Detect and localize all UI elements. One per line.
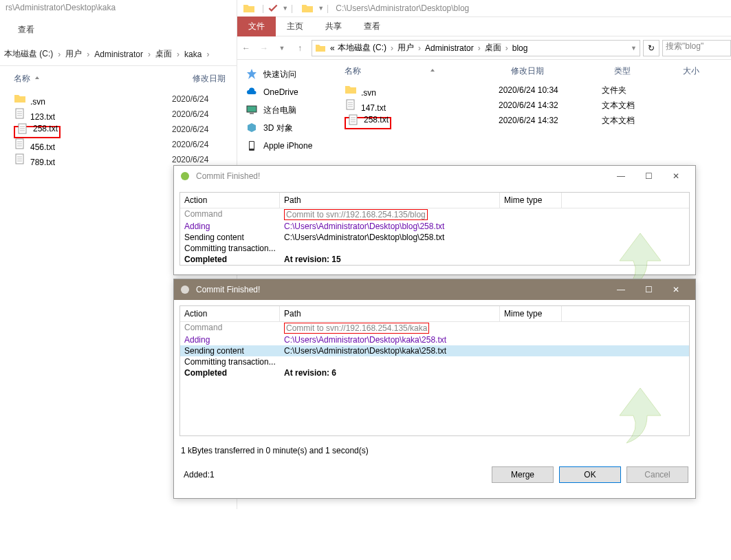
col-mime[interactable]: Mime type — [500, 306, 562, 321]
file-row[interactable]: 258.txt2020/6/24 — [14, 122, 223, 137]
recent-dropdown[interactable]: ▼ — [273, 39, 291, 57]
dropdown-icon[interactable]: ▼ — [631, 45, 637, 52]
dialog-title-bar[interactable]: Commit Finished! — ☐ ✕ — [174, 166, 695, 186]
log-action: Committing transaction... — [180, 356, 280, 367]
log-row[interactable]: Committing transaction... — [180, 356, 689, 367]
file-name: .svn — [30, 97, 45, 107]
file-name: 147.txt — [361, 103, 386, 113]
file-date: 2020/6/24 14:32 — [499, 116, 602, 125]
file-row[interactable]: 123.txt2020/6/24 — [14, 107, 223, 122]
sidebar-item[interactable]: OneDrive — [240, 83, 336, 101]
sidebar-item[interactable]: 快速访问 — [240, 65, 336, 83]
file-type: 文本文档 — [602, 100, 670, 111]
dropdown-icon[interactable]: ▼ — [318, 5, 324, 12]
file-date: 2020/6/24 — [172, 94, 208, 104]
forward-button[interactable]: → — [255, 39, 273, 57]
dropdown-icon[interactable]: ▼ — [282, 5, 288, 12]
tortoise-icon — [179, 171, 190, 182]
sidebar-item[interactable]: 3D 对象 — [240, 119, 336, 137]
maximize-button[interactable]: ☐ — [635, 167, 662, 185]
breadcrumb[interactable]: 本地磁盘 (C:)› 用户› Administrator› 桌面› kaka› — [0, 43, 237, 66]
col-path[interactable]: Path — [280, 306, 500, 321]
file-type: 文件夹 — [602, 85, 670, 96]
document-icon — [14, 107, 26, 120]
file-name: 258.txt — [33, 122, 58, 133]
file-name: 123.txt — [30, 112, 55, 122]
minimize-button[interactable]: — — [607, 281, 635, 299]
svg-rect-17 — [250, 113, 254, 114]
log-action: Sending content — [180, 232, 280, 243]
col-date[interactable]: 修改日期 — [511, 65, 614, 77]
col-size[interactable]: 大小 — [683, 65, 717, 77]
tab-file[interactable]: 文件 — [237, 17, 276, 36]
log-path — [280, 243, 589, 254]
file-name: 789.txt — [30, 158, 55, 167]
document-icon — [347, 114, 360, 126]
view-menu[interactable]: 查看 — [0, 17, 237, 43]
crumb[interactable]: 本地磁盘 (C:) — [4, 48, 53, 60]
cube-icon — [246, 122, 258, 134]
checkmark-icon[interactable] — [267, 2, 279, 14]
column-headers: 名称 修改日期 — [0, 66, 237, 91]
log-action: Command — [180, 208, 280, 221]
log-row[interactable]: AddingC:\Users\Administrator\Desktop\kak… — [180, 334, 689, 345]
log-path: C:\Users\Administrator\Desktop\blog\258.… — [280, 221, 589, 232]
minimize-button[interactable]: — — [607, 167, 635, 185]
log-row[interactable]: CompletedAt revision: 6 — [180, 367, 689, 378]
close-button[interactable]: ✕ — [662, 281, 690, 299]
dialog-title-bar[interactable]: Commit Finished! — ☐ ✕ — [174, 279, 695, 300]
col-path[interactable]: Path — [280, 193, 500, 208]
ok-button[interactable]: OK — [559, 466, 621, 483]
log-action: Adding — [180, 221, 280, 232]
tab-share[interactable]: 共享 — [314, 17, 353, 36]
log-action: Command — [180, 322, 280, 334]
file-name: 258.txt — [364, 114, 389, 125]
col-date[interactable]: 修改日期 — [193, 73, 226, 85]
col-type[interactable]: 类型 — [614, 65, 683, 77]
maximize-button[interactable]: ☐ — [635, 281, 662, 299]
log-path: At revision: 15 — [280, 254, 589, 265]
folder-icon — [243, 2, 255, 14]
col-name[interactable]: 名称 — [339, 65, 511, 77]
search-input[interactable]: 搜索"blog" — [662, 40, 731, 56]
pc-icon — [246, 104, 258, 116]
file-row[interactable]: 456.txt2020/6/24 — [14, 137, 223, 152]
col-action[interactable]: Action — [180, 193, 280, 208]
button-row: Added:1 Merge OK Cancel — [174, 460, 695, 490]
log-row[interactable]: Sending contentC:\Users\Administrator\De… — [180, 345, 689, 356]
crumb[interactable]: 桌面 — [155, 48, 172, 60]
crumb[interactable]: kaka — [184, 50, 201, 59]
file-row[interactable]: 258.txt2020/6/24 14:32文本文档 — [339, 113, 731, 128]
sidebar-item[interactable]: Apple iPhone — [240, 137, 336, 155]
file-row[interactable]: 147.txt2020/6/24 14:32文本文档 — [339, 98, 731, 113]
col-action[interactable]: Action — [180, 306, 280, 321]
address-bar[interactable]: « 本地磁盘 (C:)› 用户› Administrator› 桌面› blog… — [312, 40, 640, 56]
file-row[interactable]: .svn2020/6/24 — [14, 91, 223, 107]
sort-up-icon — [34, 76, 40, 81]
col-mime[interactable]: Mime type — [500, 193, 562, 208]
folder-icon — [345, 83, 357, 96]
sidebar-label: 3D 对象 — [263, 122, 293, 134]
tab-home[interactable]: 主页 — [276, 17, 314, 36]
col-name[interactable]: 名称 — [14, 73, 193, 85]
crumb[interactable]: 用户 — [65, 48, 82, 60]
svg-point-29 — [181, 286, 189, 294]
file-row[interactable]: .svn2020/6/24 10:34文件夹 — [339, 83, 731, 98]
log-action: Completed — [180, 367, 280, 378]
back-button[interactable]: ← — [237, 39, 255, 57]
tab-view[interactable]: 查看 — [353, 17, 391, 36]
document-icon — [14, 138, 26, 150]
sidebar-item[interactable]: 这台电脑 — [240, 101, 336, 119]
title-bar: | ▼ | ▼ | C:\Users\Administrator\Desktop… — [237, 0, 731, 17]
sidebar-label: Apple iPhone — [263, 141, 312, 151]
log-row[interactable]: CommandCommit to svn://192.168.254.135/b… — [180, 208, 689, 221]
refresh-button[interactable]: ↻ — [643, 40, 659, 56]
crumb[interactable]: Administrator — [94, 50, 143, 59]
phone-icon — [246, 140, 258, 152]
log-row[interactable]: CommandCommit to svn://192.168.254.135/k… — [180, 322, 689, 334]
cancel-button[interactable]: Cancel — [626, 466, 688, 483]
sort-up-icon — [430, 68, 435, 74]
up-button[interactable]: ↑ — [291, 39, 309, 57]
merge-button[interactable]: Merge — [492, 466, 554, 483]
close-button[interactable]: ✕ — [662, 167, 690, 185]
